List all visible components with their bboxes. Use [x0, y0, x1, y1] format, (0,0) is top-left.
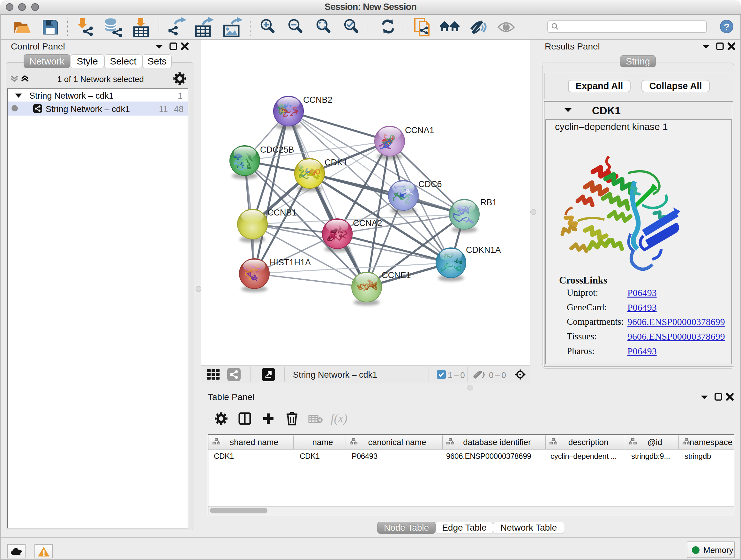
- svg-text:CCNA2: CCNA2: [353, 219, 382, 228]
- svg-text:RB1: RB1: [480, 198, 497, 207]
- svg-text:CCNB1: CCNB1: [267, 208, 297, 217]
- svg-text:CCNE1: CCNE1: [382, 270, 411, 280]
- svg-text:CDC6: CDC6: [418, 179, 442, 189]
- svg-text:CCNA1: CCNA1: [405, 125, 434, 135]
- svg-text:CDC25B: CDC25B: [260, 145, 294, 154]
- svg-text:CDKN1A: CDKN1A: [466, 245, 501, 255]
- svg-text:CCNB2: CCNB2: [303, 95, 333, 105]
- svg-text:CDK1: CDK1: [325, 158, 347, 167]
- svg-text:HIST1H1A: HIST1H1A: [270, 258, 311, 267]
